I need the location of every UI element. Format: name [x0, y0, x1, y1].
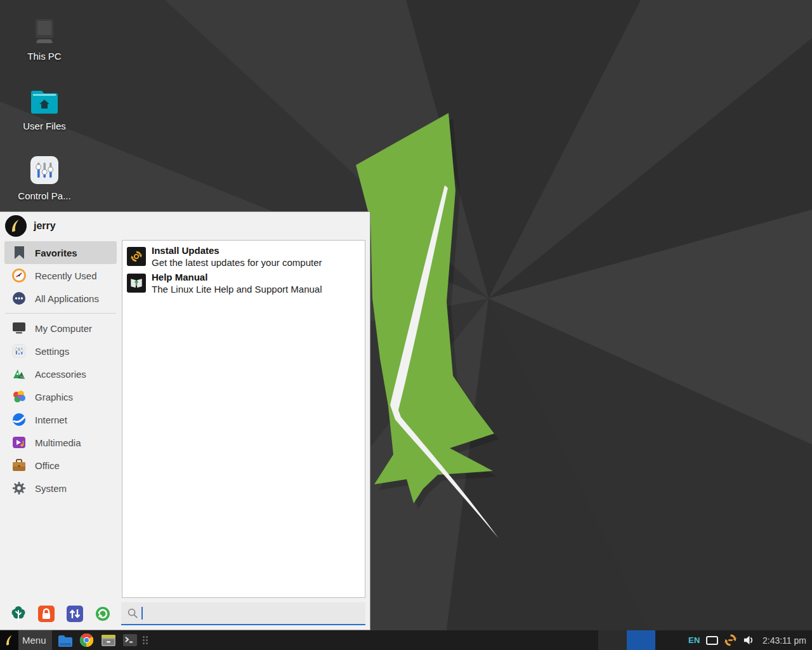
sidebar-item-label: System	[35, 483, 67, 494]
terminal-launcher[interactable]	[122, 632, 138, 649]
menu-button[interactable]: Menu	[0, 630, 52, 650]
sidebar-separator	[5, 313, 116, 314]
chrome-launcher[interactable]	[79, 632, 95, 649]
sidebar-item-settings[interactable]: Settings	[4, 340, 117, 362]
internet-icon	[11, 412, 27, 427]
control-panel-icon	[29, 154, 60, 185]
taskbar: Menu	[0, 630, 812, 650]
sliders-icon	[11, 343, 27, 359]
sidebar-item-internet[interactable]: Internet	[4, 408, 117, 431]
system-tray: EN 2:43:11 pm	[688, 633, 812, 647]
app-item-install-updates[interactable]: Install Updates Get the latest updates f…	[125, 243, 362, 270]
menu-header: jerry	[0, 212, 370, 240]
search-field[interactable]	[121, 602, 365, 625]
sidebar-item-label: Recently Used	[35, 270, 97, 281]
app-subtitle: Get the latest updates for your computer	[152, 256, 322, 269]
desktop-icon-label: Control Pa...	[18, 190, 70, 201]
sidebar-item-office[interactable]: Office	[4, 454, 117, 477]
desktop-icon-control-panel[interactable]: Control Pa...	[5, 154, 84, 201]
sidebar-item-label: Settings	[35, 346, 69, 357]
briefcase-icon	[11, 458, 27, 473]
workspace-1[interactable]	[598, 630, 627, 650]
install-updates-icon	[127, 247, 146, 266]
sidebar-item-system[interactable]: System	[4, 477, 117, 500]
chrome-icon	[79, 633, 94, 647]
text-caret	[141, 607, 143, 620]
clock-icon	[11, 268, 27, 283]
multimedia-icon	[11, 435, 27, 450]
sidebar-item-label: All Applications	[35, 293, 99, 304]
monitor-icon	[11, 321, 27, 336]
graphics-icon	[11, 389, 27, 404]
workspace-2-active[interactable]	[627, 630, 655, 650]
lock-icon	[38, 606, 55, 622]
keyboard-layout-indicator[interactable]: EN	[688, 635, 700, 645]
feather-icon	[0, 630, 18, 650]
update-notifier-icon[interactable]	[724, 633, 737, 647]
menu-footer	[0, 598, 370, 630]
sidebar-item-label: Multimedia	[35, 437, 81, 448]
bookmark-icon	[11, 245, 27, 260]
sidebar-item-label: My Computer	[35, 323, 92, 334]
desktop-icon-label: This PC	[27, 51, 61, 62]
clock[interactable]: 2:43:11 pm	[763, 635, 806, 646]
all-apps-icon	[11, 291, 27, 306]
menu-app-list: Install Updates Get the latest updates f…	[122, 240, 365, 598]
menu-button-label: Menu	[18, 630, 52, 650]
sidebar-item-accessories[interactable]: Accessories	[4, 362, 117, 385]
folder-home-icon	[29, 84, 60, 116]
search-icon	[127, 607, 138, 619]
accessories-icon	[11, 366, 27, 381]
desktop: This PC User Files	[0, 0, 812, 650]
username: jerry	[34, 220, 56, 232]
switch-user-button[interactable]	[66, 606, 83, 623]
sidebar-item-graphics[interactable]: Graphics	[4, 385, 117, 408]
search-input[interactable]	[148, 608, 360, 619]
feather-icon	[9, 219, 23, 233]
switch-user-icon	[67, 606, 83, 622]
settings-manager-button[interactable]	[10, 606, 27, 623]
tree-icon	[10, 606, 27, 622]
terminal-icon	[122, 633, 138, 647]
volume-icon[interactable]	[743, 634, 755, 646]
sidebar-item-favorites[interactable]: Favorites	[4, 241, 117, 264]
sidebar-item-all-applications[interactable]: All Applications	[4, 287, 117, 310]
logout-icon	[95, 606, 111, 622]
logout-button[interactable]	[95, 606, 112, 623]
computer-icon	[27, 14, 62, 46]
sidebar-item-label: Graphics	[35, 392, 73, 402]
archive-icon	[101, 634, 116, 647]
panel-handle[interactable]	[142, 632, 148, 649]
sidebar-item-label: Accessories	[35, 369, 86, 380]
app-item-help-manual[interactable]: Help Manual The Linux Lite Help and Supp…	[125, 270, 362, 296]
desktop-icon-user-files[interactable]: User Files	[5, 84, 84, 131]
workspace-switcher[interactable]	[598, 630, 655, 650]
app-subtitle: The Linux Lite Help and Support Manual	[152, 283, 322, 295]
file-manager-launcher[interactable]	[57, 632, 74, 649]
desktop-icon-this-pc[interactable]: This PC	[5, 14, 84, 62]
gear-icon	[11, 481, 27, 496]
file-manager-icon	[58, 634, 73, 647]
lock-screen-button[interactable]	[38, 606, 55, 623]
display-icon[interactable]	[706, 636, 718, 645]
desktop-icon-label: User Files	[23, 121, 66, 131]
archive-manager-launcher[interactable]	[100, 632, 117, 649]
user-avatar[interactable]	[5, 215, 27, 237]
app-title: Install Updates	[152, 244, 322, 256]
sidebar-item-label: Favorites	[35, 248, 77, 258]
sidebar-item-recently-used[interactable]: Recently Used	[4, 264, 117, 287]
sidebar-item-label: Office	[35, 460, 60, 471]
sidebar-item-multimedia[interactable]: Multimedia	[4, 431, 117, 454]
sidebar-item-label: Internet	[35, 415, 67, 425]
help-manual-icon	[127, 274, 146, 293]
app-title: Help Manual	[152, 271, 322, 283]
menu-sidebar: Favorites Recently Used	[0, 240, 121, 598]
sidebar-item-my-computer[interactable]: My Computer	[4, 317, 117, 340]
whisker-menu: jerry Favorites	[0, 211, 370, 630]
